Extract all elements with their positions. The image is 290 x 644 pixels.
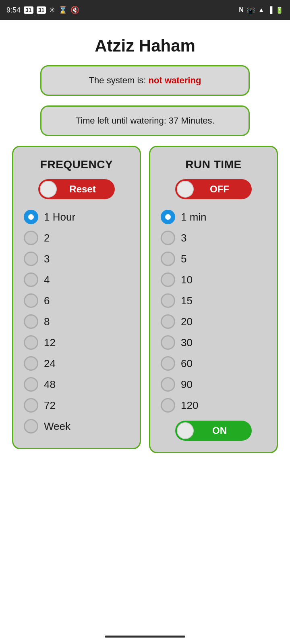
frequency-label-week: Week xyxy=(44,420,70,433)
time-display: 9:54 xyxy=(6,6,21,14)
nfc-icon: N xyxy=(239,6,244,14)
runtime-label-5: 5 xyxy=(181,253,186,265)
runtime-option-15[interactable]: 15 xyxy=(157,290,270,311)
runtime-label-10: 10 xyxy=(181,274,193,286)
runtime-label-1min: 1 min xyxy=(181,211,207,223)
frequency-label-48: 48 xyxy=(44,378,56,391)
frequency-toggle-knob xyxy=(40,181,57,198)
runtime-option-90[interactable]: 90 xyxy=(157,374,270,395)
frequency-toggle-container: Reset xyxy=(20,179,133,199)
runtime-off-toggle-knob xyxy=(177,181,194,198)
runtime-radio-5[interactable] xyxy=(161,252,175,266)
wifi-icon: ▲ xyxy=(258,6,265,14)
frequency-option-8[interactable]: 8 xyxy=(20,311,133,332)
mute-icon: 🔇 xyxy=(70,6,79,14)
runtime-radio-15[interactable] xyxy=(161,293,175,308)
runtime-label-3: 3 xyxy=(181,232,186,244)
runtime-option-20[interactable]: 20 xyxy=(157,311,270,332)
runtime-radio-20[interactable] xyxy=(161,314,175,329)
frequency-radio-week[interactable] xyxy=(24,419,38,433)
runtime-option-60[interactable]: 60 xyxy=(157,353,270,374)
frequency-label-12: 12 xyxy=(44,336,56,349)
frequency-radio-6[interactable] xyxy=(24,293,38,308)
frequency-radio-8[interactable] xyxy=(24,314,38,329)
system-status-label: The system is: xyxy=(89,75,149,85)
frequency-reset-toggle[interactable]: Reset xyxy=(38,179,115,199)
calendar-icon-2: 31 xyxy=(37,6,46,14)
frequency-radio-24[interactable] xyxy=(24,356,38,371)
runtime-option-120[interactable]: 120 xyxy=(157,395,270,416)
system-status-value: not watering xyxy=(149,75,201,85)
hourglass-icon: ⌛ xyxy=(58,6,67,14)
runtime-radio-1min[interactable] xyxy=(161,210,175,224)
runtime-off-toggle[interactable]: OFF xyxy=(175,179,252,199)
frequency-radio-2[interactable] xyxy=(24,231,38,245)
battery-icon: 🔋 xyxy=(276,6,284,14)
frequency-label-3: 3 xyxy=(44,253,50,265)
frequency-option-week[interactable]: Week xyxy=(20,416,133,437)
frequency-option-24[interactable]: 24 xyxy=(20,353,133,374)
frequency-option-3[interactable]: 3 xyxy=(20,248,133,269)
frequency-panel: FREQUENCY Reset 1 Hour 2 3 xyxy=(12,146,141,449)
signal-icon: ▐ xyxy=(268,6,272,14)
vibrate-icon: 📳 xyxy=(247,6,255,14)
runtime-on-toggle-container: ON xyxy=(157,421,270,441)
runtime-option-10[interactable]: 10 xyxy=(157,269,270,290)
frequency-option-12[interactable]: 12 xyxy=(20,332,133,353)
frequency-label-1hour: 1 Hour xyxy=(44,211,75,223)
runtime-radio-3[interactable] xyxy=(161,231,175,245)
runtime-label-30: 30 xyxy=(181,336,193,349)
frequency-label-6: 6 xyxy=(44,295,50,307)
frequency-panel-title: FREQUENCY xyxy=(40,158,113,171)
frequency-toggle-label: Reset xyxy=(50,184,115,195)
frequency-option-1hour[interactable]: 1 Hour xyxy=(20,206,133,227)
runtime-radio-30[interactable] xyxy=(161,335,175,350)
runtime-radio-90[interactable] xyxy=(161,377,175,392)
frequency-option-72[interactable]: 72 xyxy=(20,395,133,416)
runtime-option-1min[interactable]: 1 min xyxy=(157,206,270,227)
status-bar-left: 9:54 31 31 ✳ ⌛ 🔇 xyxy=(6,6,79,14)
runtime-label-20: 20 xyxy=(181,316,193,328)
runtime-panel-title: RUN TIME xyxy=(185,158,241,171)
runtime-option-30[interactable]: 30 xyxy=(157,332,270,353)
frequency-radio-48[interactable] xyxy=(24,377,38,392)
runtime-label-60: 60 xyxy=(181,357,193,370)
pinwheel-icon: ✳ xyxy=(49,6,55,14)
frequency-label-72: 72 xyxy=(44,399,56,412)
status-bar: 9:54 31 31 ✳ ⌛ 🔇 N 📳 ▲ ▐ 🔋 xyxy=(0,0,290,20)
timer-status-card: Time left until watering: 37 Minutes. xyxy=(40,105,250,136)
runtime-option-3[interactable]: 3 xyxy=(157,227,270,248)
status-bar-right: N 📳 ▲ ▐ 🔋 xyxy=(239,6,284,14)
frequency-option-2[interactable]: 2 xyxy=(20,227,133,248)
runtime-on-toggle-knob xyxy=(177,422,194,439)
runtime-label-90: 90 xyxy=(181,378,193,391)
runtime-option-5[interactable]: 5 xyxy=(157,248,270,269)
runtime-radio-120[interactable] xyxy=(161,398,175,413)
frequency-label-4: 4 xyxy=(44,274,50,286)
frequency-option-6[interactable]: 6 xyxy=(20,290,133,311)
system-status-card: The system is: not watering xyxy=(40,65,250,96)
runtime-on-toggle[interactable]: ON xyxy=(175,421,252,441)
main-content: Atziz Haham The system is: not watering … xyxy=(0,20,290,469)
timer-status-label: Time left until watering: 37 Minutes. xyxy=(75,116,214,126)
frequency-radio-4[interactable] xyxy=(24,272,38,287)
runtime-off-toggle-container: OFF xyxy=(157,179,270,199)
app-title: Atziz Haham xyxy=(95,36,195,56)
calendar-icon-1: 31 xyxy=(24,6,33,14)
runtime-label-120: 120 xyxy=(181,399,198,412)
frequency-label-24: 24 xyxy=(44,357,56,370)
frequency-radio-3[interactable] xyxy=(24,252,38,266)
frequency-option-4[interactable]: 4 xyxy=(20,269,133,290)
runtime-radio-60[interactable] xyxy=(161,356,175,371)
frequency-radio-1hour[interactable] xyxy=(24,210,38,224)
frequency-radio-12[interactable] xyxy=(24,335,38,350)
frequency-label-8: 8 xyxy=(44,316,50,328)
runtime-label-15: 15 xyxy=(181,295,193,307)
frequency-radio-72[interactable] xyxy=(24,398,38,413)
runtime-on-toggle-label: ON xyxy=(187,425,252,436)
runtime-panel: RUN TIME OFF 1 min 3 5 xyxy=(149,146,278,453)
runtime-radio-10[interactable] xyxy=(161,272,175,287)
bottom-nav-bar xyxy=(105,636,185,638)
frequency-option-48[interactable]: 48 xyxy=(20,374,133,395)
runtime-off-toggle-label: OFF xyxy=(187,184,252,195)
